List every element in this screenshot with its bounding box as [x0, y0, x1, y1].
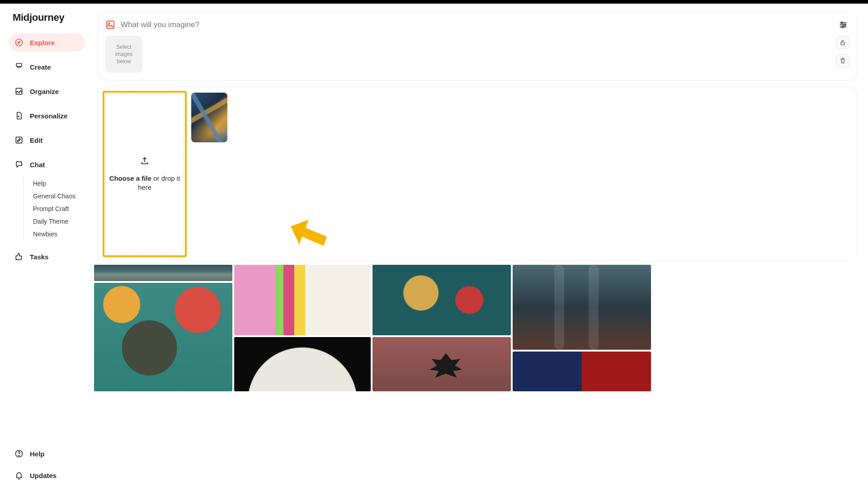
gallery-image[interactable]	[234, 337, 371, 391]
prompt-card: Select images below	[98, 12, 857, 80]
image-icon	[14, 87, 24, 96]
svg-marker-1	[18, 42, 20, 44]
upload-icon	[140, 156, 150, 168]
gallery-image[interactable]	[234, 265, 371, 335]
prompt-input[interactable]	[121, 20, 831, 29]
select-images-tile[interactable]: Select images below	[105, 36, 142, 73]
subnav-help[interactable]: Help	[24, 177, 85, 190]
gallery-image[interactable]	[94, 265, 232, 281]
nav-tasks[interactable]: Tasks	[9, 248, 85, 266]
window-top-bar	[0, 0, 868, 4]
prompt-attachments-row: Select images below	[105, 36, 849, 73]
subnav-newbies[interactable]: Newbies	[24, 228, 85, 240]
settings-button[interactable]	[837, 19, 849, 31]
upload-dropzone-highlight: Choose a file or drop it here	[103, 91, 187, 257]
sparkle-file-icon	[14, 111, 24, 120]
footer-help[interactable]: Help	[9, 445, 85, 463]
gallery-image[interactable]	[373, 265, 511, 335]
sidebar: Midjourney Explore Create Organize	[0, 4, 94, 488]
image-mode-icon[interactable]	[105, 20, 115, 30]
nav-label: Explore	[30, 39, 55, 47]
subnav-daily-theme[interactable]: Daily Theme	[24, 215, 85, 228]
chat-subnav: Help General Chaos Prompt Craft Daily Th…	[24, 177, 85, 240]
main-content: Select images below	[94, 4, 868, 488]
nav-label: Help	[30, 450, 45, 458]
svg-rect-4	[16, 137, 22, 143]
trash-button[interactable]	[836, 54, 849, 67]
nav-label: Create	[30, 63, 51, 71]
nav-label: Organize	[30, 88, 59, 95]
svg-point-8	[108, 23, 110, 24]
thumbs-up-icon	[14, 252, 24, 261]
gallery-image[interactable]	[513, 265, 651, 350]
footer-updates[interactable]: Updates	[9, 466, 85, 484]
nav-chat[interactable]: Chat	[9, 155, 85, 174]
brand-logo: Midjourney	[0, 12, 94, 33]
nav-label: Chat	[30, 161, 45, 169]
nav-label: Tasks	[30, 253, 48, 261]
upload-panel: Choose a file or drop it here	[98, 87, 857, 261]
upload-choose-file-bold: Choose a file	[109, 174, 151, 182]
svg-rect-2	[16, 64, 22, 67]
gallery-image[interactable]	[94, 283, 232, 391]
svg-point-6	[19, 455, 19, 456]
svg-point-14	[842, 26, 844, 28]
help-circle-icon	[14, 449, 24, 458]
upload-dropzone[interactable]: Choose a file or drop it here	[105, 94, 184, 254]
uploaded-thumbnail[interactable]	[191, 93, 227, 142]
nav-explore[interactable]: Explore	[9, 33, 85, 52]
nav-create[interactable]: Create	[9, 58, 85, 76]
subnav-prompt-craft[interactable]: Prompt Craft	[24, 202, 85, 215]
gallery-image[interactable]	[513, 352, 651, 391]
select-images-label: Select images below	[108, 43, 140, 66]
svg-point-12	[844, 24, 846, 26]
nav-label: Personalize	[30, 112, 67, 120]
explore-gallery	[94, 265, 857, 391]
svg-rect-7	[107, 21, 114, 29]
upload-dropzone-text: Choose a file or drop it here	[106, 174, 184, 192]
prompt-input-row	[105, 19, 849, 31]
nav-organize[interactable]: Organize	[9, 82, 85, 100]
app-root: Midjourney Explore Create Organize	[0, 4, 868, 488]
subnav-general-chaos[interactable]: General Chaos	[24, 190, 85, 202]
lock-button[interactable]	[836, 36, 849, 49]
brush-icon	[14, 62, 24, 71]
svg-point-10	[841, 22, 843, 24]
pencil-square-icon	[14, 136, 24, 145]
primary-nav: Explore Create Organize Personalize	[0, 33, 94, 272]
nav-edit[interactable]: Edit	[9, 131, 85, 149]
chat-icon	[14, 160, 24, 169]
gallery-image[interactable]	[373, 337, 511, 391]
nav-label: Edit	[30, 136, 42, 144]
prompt-side-buttons	[836, 36, 849, 67]
nav-personalize[interactable]: Personalize	[9, 107, 85, 125]
svg-rect-15	[841, 42, 844, 45]
bell-icon	[14, 471, 24, 480]
nav-label: Updates	[30, 472, 57, 479]
sidebar-footer: Help Updates	[0, 445, 94, 488]
compass-icon	[14, 38, 24, 47]
